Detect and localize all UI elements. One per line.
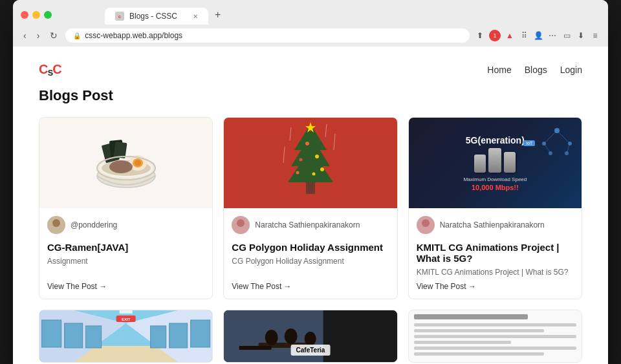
nav-blogs[interactable]: Blogs xyxy=(525,65,547,75)
speed-value: 10,000 Mbps!! xyxy=(463,184,527,191)
page-content: CsC Home Blogs Login Blogs Post xyxy=(13,47,608,364)
active-tab[interactable]: c Blogs - CSSC ✕ xyxy=(105,8,208,25)
minimize-button[interactable] xyxy=(32,11,40,19)
svg-rect-47 xyxy=(65,323,83,348)
blog-card-6 xyxy=(408,310,582,363)
view-post-link-1[interactable]: View The Post → xyxy=(47,282,204,291)
account-icon[interactable]: 👤 xyxy=(533,30,543,41)
nav-home[interactable]: Home xyxy=(487,65,511,75)
svg-point-20 xyxy=(299,158,302,162)
article-line-5 xyxy=(414,347,576,350)
svg-line-38 xyxy=(544,144,550,153)
menu-icon[interactable]: ≡ xyxy=(590,30,600,41)
traffic-lights xyxy=(21,11,52,19)
article-line-3 xyxy=(414,335,576,338)
cafe-overlay-text: CafeTeria xyxy=(291,345,331,356)
svg-line-39 xyxy=(567,144,570,153)
blog-card-5: CafeTeria xyxy=(223,310,397,363)
phone-2 xyxy=(488,148,501,173)
svg-point-61 xyxy=(305,332,316,346)
extension-icon-1[interactable]: 1 xyxy=(489,30,501,41)
browser-window: c Blogs - CSSC ✕ + ‹ › ↻ 🔒 cssc-webapp.w… xyxy=(13,0,608,364)
close-button[interactable] xyxy=(21,11,28,19)
svg-point-9 xyxy=(135,160,141,166)
speed-label: Maximum Download Speed xyxy=(463,177,527,182)
grid-icon[interactable]: ⠿ xyxy=(519,30,529,41)
svg-rect-49 xyxy=(191,320,210,347)
author-avatar-1 xyxy=(47,216,65,234)
share-icon[interactable]: ⬆ xyxy=(475,30,485,41)
author-row-3: Naratcha Sathienpakiranakorn xyxy=(417,216,574,234)
svg-rect-50 xyxy=(169,323,188,348)
view-post-link-2[interactable]: View The Post → xyxy=(232,282,389,291)
ramen-illustration xyxy=(87,124,165,202)
new-tab-button[interactable]: + xyxy=(208,5,227,25)
url-text: cssc-webapp.web.app/blogs xyxy=(85,31,182,40)
svg-line-28 xyxy=(283,147,285,163)
article-line-2 xyxy=(414,329,544,332)
svg-point-13 xyxy=(52,219,60,227)
forward-button[interactable]: › xyxy=(34,29,43,42)
address-bar: ‹ › ↻ 🔒 cssc-webapp.web.app/blogs ⬆ 1 ▲ … xyxy=(13,25,608,47)
card-title-3: KMITL CG Animations Project | What is 5G… xyxy=(417,242,574,264)
svg-line-25 xyxy=(290,127,291,140)
download-icon[interactable]: ⬇ xyxy=(576,30,586,41)
card-description-2: CG Polygon Holiday Assignment xyxy=(232,257,389,266)
lock-icon: 🔒 xyxy=(73,32,81,39)
extension-dots[interactable]: ⋯ xyxy=(547,30,558,41)
svg-line-37 xyxy=(557,131,570,144)
tab-close-icon[interactable]: ✕ xyxy=(193,13,198,20)
maximize-button[interactable] xyxy=(44,11,52,19)
svg-rect-58 xyxy=(239,346,272,350)
svg-rect-51 xyxy=(151,326,166,348)
blog-card-1: @ponddering CG-Ramen[JAVA] Assignment Vi… xyxy=(39,117,213,299)
svg-line-27 xyxy=(334,134,335,150)
back-button[interactable]: ‹ xyxy=(21,29,29,42)
svg-rect-46 xyxy=(42,320,61,347)
author-row-2: Naratcha Sathienpakiranakorn xyxy=(232,216,389,234)
tab-favicon: c xyxy=(115,12,124,21)
author-name-1: @ponddering xyxy=(71,220,117,230)
url-bar[interactable]: 🔒 cssc-webapp.web.app/blogs xyxy=(65,28,470,43)
author-avatar-3 xyxy=(417,216,435,234)
card-body-1: @ponddering CG-Ramen[JAVA] Assignment Vi… xyxy=(39,208,212,299)
svg-point-21 xyxy=(320,167,324,171)
site-nav: CsC Home Blogs Login xyxy=(39,57,582,87)
card-image-4: EXIT xyxy=(39,310,212,362)
author-row-1: @ponddering xyxy=(47,216,204,234)
nav-login[interactable]: Login xyxy=(560,65,582,75)
blog-card-2: Naratcha Sathienpakiranakorn CG Polygon … xyxy=(223,117,397,299)
card-image-5: CafeTeria xyxy=(224,310,397,362)
site-logo: CsC xyxy=(39,62,61,77)
sidebar-icon[interactable]: ▭ xyxy=(561,30,572,41)
phone-1 xyxy=(474,155,486,173)
iot-badge: IoT xyxy=(523,140,535,146)
card-image-6 xyxy=(409,310,582,362)
author-avatar-2 xyxy=(232,216,250,234)
blog-card-4: EXIT xyxy=(39,310,213,363)
blog-card-3: 5G(eneration) IoT Maximum Download Speed… xyxy=(408,117,582,299)
card-body-2: Naratcha Sathienpakiranakorn CG Polygon … xyxy=(224,208,397,299)
card-body-3: Naratcha Sathienpakiranakorn KMITL CG An… xyxy=(409,208,582,299)
view-post-link-3[interactable]: View The Post → xyxy=(417,282,574,291)
browser-chrome: c Blogs - CSSC ✕ + ‹ › ↻ 🔒 cssc-webapp.w… xyxy=(13,0,608,47)
card-description-3: KMITL CG Animations Project | What is 5G… xyxy=(417,268,574,277)
svg-text:EXIT: EXIT xyxy=(122,317,131,321)
extension-icon-2[interactable]: ▲ xyxy=(505,30,515,41)
card-image-1 xyxy=(39,118,212,208)
svg-point-30 xyxy=(237,219,245,227)
svg-point-22 xyxy=(296,171,299,175)
svg-rect-52 xyxy=(120,310,133,314)
svg-point-23 xyxy=(312,173,315,176)
christmas-tree-illustration xyxy=(278,121,343,205)
card-image-2 xyxy=(224,118,397,208)
svg-point-18 xyxy=(305,142,309,145)
page-title: Blogs Post xyxy=(39,87,582,104)
network-diagram xyxy=(538,124,576,156)
svg-line-36 xyxy=(544,131,557,144)
nav-links: Home Blogs Login xyxy=(487,65,582,75)
phone-3 xyxy=(504,152,516,173)
svg-point-59 xyxy=(265,330,278,345)
author-name-2: Naratcha Sathienpakiranakorn xyxy=(255,220,360,230)
refresh-button[interactable]: ↻ xyxy=(47,29,60,42)
